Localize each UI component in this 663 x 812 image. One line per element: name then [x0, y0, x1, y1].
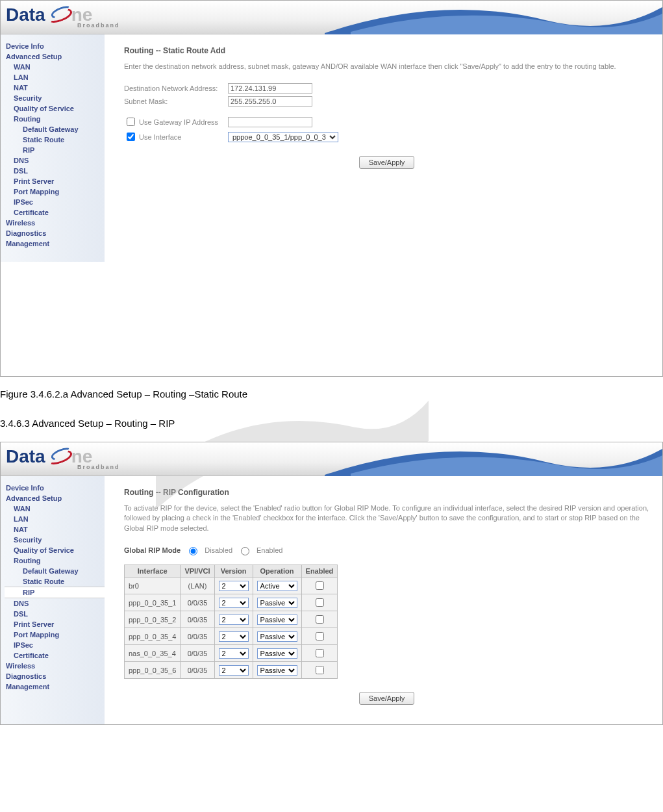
nav-advanced-setup[interactable]: Advanced Setup	[5, 51, 105, 62]
gateway-ip-input[interactable]	[228, 117, 312, 127]
rip-operation-select[interactable]: Passive	[257, 631, 297, 642]
rip-mode-disabled-radio[interactable]	[189, 547, 197, 555]
rip-operation-select[interactable]: Active	[257, 581, 297, 591]
table-row: nas_0_0_35_40/0/352Passive	[125, 645, 338, 662]
nav-advanced-setup[interactable]: Advanced Setup	[5, 493, 105, 503]
rip-version-select[interactable]: 2	[219, 615, 249, 625]
use-interface-label: Use Interface	[139, 133, 181, 141]
screenshot-rip: Data ne Broadband Device InfoAdvanced Se…	[0, 442, 663, 725]
dest-label: Destination Network Address:	[124, 84, 228, 92]
nav-wireless[interactable]: Wireless	[5, 661, 105, 671]
rip-cell-vpi: 0/0/35	[181, 594, 214, 611]
nav-nat[interactable]: NAT	[5, 82, 105, 93]
table-row: ppp_0_0_35_10/0/352Passive	[125, 594, 338, 611]
rip-operation-select[interactable]: Passive	[257, 615, 297, 625]
rip-cell-vpi: 0/0/35	[181, 645, 214, 662]
dest-input[interactable]	[228, 83, 312, 94]
nav-management[interactable]: Management	[5, 238, 105, 249]
nav-routing[interactable]: Routing	[5, 555, 105, 566]
save-apply-button[interactable]: Save/Apply	[359, 692, 415, 705]
rip-version-select[interactable]: 2	[219, 598, 249, 608]
nav-dns[interactable]: DNS	[5, 155, 105, 166]
nav-certificate[interactable]: Certificate	[5, 650, 105, 661]
nav-ipsec[interactable]: IPSec	[5, 640, 105, 650]
app-header: Data ne Broadband	[1, 442, 662, 476]
nav-security[interactable]: Security	[5, 93, 105, 103]
main-panel: Routing -- Static Route Add Enter the de…	[105, 34, 662, 262]
nav-device-info[interactable]: Device Info	[5, 41, 105, 51]
nav-security[interactable]: Security	[5, 535, 105, 545]
mask-label: Subnet Mask:	[124, 97, 228, 105]
sidebar: Device InfoAdvanced SetupWANLANNATSecuri…	[1, 476, 105, 724]
rip-version-select[interactable]: 2	[219, 648, 249, 659]
rip-enabled-checkbox[interactable]	[316, 598, 324, 607]
rip-cell-vpi: 0/0/35	[181, 611, 214, 628]
logo-text-b: ne	[71, 448, 93, 466]
nav-diagnostics[interactable]: Diagnostics	[5, 671, 105, 681]
nav-diagnostics[interactable]: Diagnostics	[5, 228, 105, 238]
nav-port-mapping[interactable]: Port Mapping	[5, 629, 105, 640]
logo-subtitle: Broadband	[77, 464, 120, 470]
rip-version-select[interactable]: 2	[219, 631, 249, 642]
nav-rip[interactable]: RIP	[5, 587, 105, 598]
nav-dns[interactable]: DNS	[5, 598, 105, 609]
nav-ipsec[interactable]: IPSec	[5, 197, 105, 207]
figure-caption-1: Figure 3.4.6.2.a Advanced Setup – Routin…	[0, 388, 663, 400]
logo-swoosh-icon	[47, 449, 70, 464]
table-row: ppp_0_0_35_40/0/352Passive	[125, 628, 338, 645]
nav-dsl[interactable]: DSL	[5, 166, 105, 176]
page-title: Routing -- RIP Configuration	[124, 488, 649, 497]
rip-cell-vpi: (LAN)	[181, 577, 214, 594]
nav-device-info[interactable]: Device Info	[5, 483, 105, 493]
nav-static-route[interactable]: Static Route	[5, 576, 105, 587]
nav-qos[interactable]: Quality of Service	[5, 103, 105, 114]
nav-qos[interactable]: Quality of Service	[5, 545, 105, 555]
rip-cell-interface: br0	[125, 577, 181, 594]
rip-enabled-checkbox[interactable]	[316, 581, 324, 590]
nav-rip[interactable]: RIP	[5, 145, 105, 155]
nav-certificate[interactable]: Certificate	[5, 207, 105, 218]
rip-table: InterfaceVPI/VCIVersionOperationEnabled …	[124, 565, 338, 679]
logo: Data ne Broadband	[6, 448, 120, 470]
rip-operation-select[interactable]: Passive	[257, 665, 297, 676]
header-swoosh-icon	[325, 1, 662, 34]
nav-nat[interactable]: NAT	[5, 524, 105, 535]
rip-operation-select[interactable]: Passive	[257, 598, 297, 608]
nav-static-route[interactable]: Static Route	[5, 134, 105, 145]
logo-text-a: Data	[6, 448, 45, 466]
rip-mode-enabled-radio[interactable]	[241, 547, 249, 555]
rip-cell-interface: ppp_0_0_35_6	[125, 662, 181, 679]
rip-enabled-checkbox[interactable]	[316, 649, 324, 657]
use-interface-checkbox[interactable]	[127, 133, 135, 141]
page-title: Routing -- Static Route Add	[124, 46, 649, 55]
rip-version-select[interactable]: 2	[219, 581, 249, 591]
nav-default-gateway[interactable]: Default Gateway	[5, 566, 105, 576]
rip-operation-select[interactable]: Passive	[257, 648, 297, 659]
page-desc: To activate RIP for the device, select t…	[124, 503, 649, 533]
rip-enabled-checkbox[interactable]	[316, 632, 324, 641]
nav-wan[interactable]: WAN	[5, 503, 105, 514]
nav-wan[interactable]: WAN	[5, 62, 105, 72]
rip-col-header: Enabled	[301, 565, 338, 577]
rip-enabled-checkbox[interactable]	[316, 666, 324, 674]
interface-select[interactable]: pppoe_0_0_35_1/ppp_0_0_35_1	[228, 132, 338, 142]
rip-enabled-checkbox[interactable]	[316, 615, 324, 624]
nav-default-gateway[interactable]: Default Gateway	[5, 124, 105, 134]
nav-routing[interactable]: Routing	[5, 114, 105, 124]
nav-management[interactable]: Management	[5, 681, 105, 692]
logo: Data ne Broadband	[6, 6, 120, 29]
rip-cell-interface: nas_0_0_35_4	[125, 645, 181, 662]
save-apply-button[interactable]: Save/Apply	[359, 156, 415, 169]
rip-cell-vpi: 0/0/35	[181, 628, 214, 645]
nav-wireless[interactable]: Wireless	[5, 218, 105, 228]
nav-port-mapping[interactable]: Port Mapping	[5, 186, 105, 197]
nav-dsl[interactable]: DSL	[5, 609, 105, 619]
nav-lan[interactable]: LAN	[5, 514, 105, 524]
nav-print-server[interactable]: Print Server	[5, 619, 105, 629]
nav-print-server[interactable]: Print Server	[5, 176, 105, 186]
use-gateway-checkbox[interactable]	[127, 118, 135, 126]
rip-version-select[interactable]: 2	[219, 665, 249, 676]
use-gateway-label: Use Gateway IP Address	[139, 118, 218, 126]
nav-lan[interactable]: LAN	[5, 72, 105, 82]
mask-input[interactable]	[228, 96, 312, 107]
